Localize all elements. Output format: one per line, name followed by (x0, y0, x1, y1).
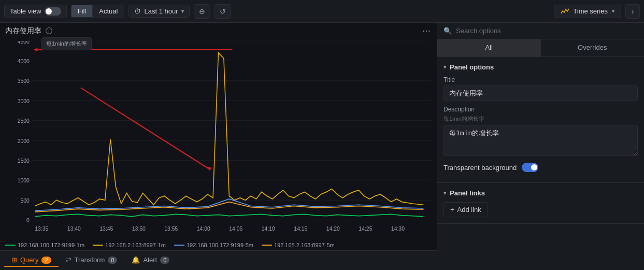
legend-label-1: 192.168.100.172:9199-1m (18, 242, 84, 248)
description-label: Description (443, 106, 638, 113)
panel-links-header[interactable]: ▾ Panel links (443, 189, 638, 197)
legend-item-4[interactable]: 192.168.2.163:8997-5m (262, 242, 335, 248)
svg-text:13:40: 13:40 (67, 225, 81, 232)
description-textarea[interactable]: 每1min的增长率 (443, 125, 638, 156)
chart-header: 内存使用率 ⓘ 每1min的增长率 ⋯ (0, 23, 437, 39)
transparent-toggle[interactable] (522, 163, 538, 172)
svg-text:3000: 3000 (18, 97, 30, 104)
chevron-down-icon: ▾ (181, 8, 184, 14)
toolbar-left: Table view Fill Actual ⏱ Last 1 hour ▾ ⊖… (4, 4, 550, 19)
title-label: Title (443, 76, 638, 83)
panel-options-chevron: ▾ (443, 64, 447, 70)
svg-text:13:35: 13:35 (35, 225, 48, 232)
svg-text:500: 500 (21, 197, 30, 203)
tab-transform[interactable]: ⇄ Transform 0 (59, 254, 125, 267)
svg-text:14:00: 14:00 (197, 225, 210, 232)
tab-query[interactable]: ⊞ Query 2 (4, 254, 59, 267)
svg-line-33 (81, 88, 210, 169)
tab-alert[interactable]: 🔔 Alert 0 (124, 254, 177, 267)
clock-icon: ⏱ (134, 7, 141, 15)
legend-item-2[interactable]: 192.168.2.163:8997-1m (93, 242, 166, 248)
panel-links-chevron: ▾ (443, 190, 447, 196)
svg-text:4000: 4000 (18, 58, 30, 64)
transform-label: Transform (75, 256, 105, 264)
transparent-bg-row: Transparent background (443, 163, 638, 172)
svg-text:14:05: 14:05 (229, 225, 242, 232)
refresh-button[interactable]: ↺ (214, 4, 231, 19)
top-toolbar: Table view Fill Actual ⏱ Last 1 hour ▾ ⊖… (0, 0, 644, 23)
svg-text:14:10: 14:10 (262, 225, 275, 232)
legend-label-4: 192.168.2.163:8997-5m (274, 242, 335, 248)
svg-text:13:55: 13:55 (164, 225, 178, 232)
tab-all[interactable]: All (437, 39, 541, 56)
legend-color-4 (262, 245, 272, 246)
svg-text:13:50: 13:50 (132, 225, 146, 232)
legend-item-1[interactable]: 192.168.100.172:9199-1m (5, 242, 84, 248)
svg-text:14:30: 14:30 (391, 225, 405, 232)
chart-svg: 4500 4000 3500 3000 2500 2000 1500 1000 … (5, 41, 432, 240)
svg-text:2000: 2000 (18, 137, 30, 144)
alert-badge: 0 (160, 257, 169, 264)
svg-text:1500: 1500 (18, 158, 30, 164)
svg-text:4500: 4500 (18, 41, 30, 45)
title-input[interactable] (443, 86, 638, 101)
legend-color-1 (5, 245, 16, 246)
transparent-toggle-knob (531, 164, 537, 170)
query-icon: ⊞ (11, 256, 17, 264)
description-sublabel: 每1min的增长率 (443, 115, 638, 123)
more-button[interactable]: ⋯ (422, 26, 432, 36)
search-icon: 🔍 (443, 27, 452, 35)
expand-button[interactable]: › (625, 4, 640, 19)
fill-button[interactable]: Fill (71, 5, 93, 17)
transform-icon: ⇄ (66, 256, 71, 264)
toolbar-right: Time series ▾ › (554, 4, 640, 19)
legend-label-3: 192.168.100.172:9199-5m (187, 242, 253, 248)
query-label: Query (20, 256, 38, 264)
title-field-group: Title (443, 76, 638, 101)
legend-color-3 (174, 245, 184, 246)
svg-text:1000: 1000 (18, 177, 30, 183)
panel-type-chevron: ▾ (612, 8, 614, 14)
table-view-label: Table view (10, 7, 41, 15)
options-tab-row: All Overrides (437, 39, 644, 57)
legend-item-3[interactable]: 192.168.100.172:9199-5m (174, 242, 253, 248)
transparent-label: Transparent background (443, 164, 517, 172)
time-range-button[interactable]: ⏱ Last 1 hour ▾ (128, 5, 189, 18)
panel-type-button[interactable]: Time series ▾ (554, 5, 621, 18)
add-link-icon: + (450, 206, 454, 214)
panel-links-title: Panel links (450, 189, 485, 197)
svg-text:2500: 2500 (18, 118, 30, 124)
alert-label: Alert (143, 256, 157, 264)
svg-text:14:20: 14:20 (326, 225, 340, 232)
panel-options-title: Panel options (450, 63, 494, 71)
svg-text:13:45: 13:45 (99, 225, 113, 232)
tab-overrides[interactable]: Overrides (541, 39, 645, 56)
table-view-toggle[interactable] (45, 7, 61, 16)
svg-text:14:25: 14:25 (359, 225, 372, 232)
info-icon[interactable]: ⓘ (46, 26, 52, 36)
chart-legend: 192.168.100.172:9199-1m 192.168.2.163:89… (0, 240, 437, 250)
query-badge: 2 (41, 257, 51, 264)
svg-marker-35 (208, 167, 212, 171)
main-content: 内存使用率 ⓘ 每1min的增长率 ⋯ 4500 4000 3 (0, 23, 644, 270)
description-field-group: Description 每1min的增长率 每1min的增长率 (443, 106, 638, 158)
zoom-out-icon: ⊖ (199, 7, 205, 16)
svg-text:14:15: 14:15 (294, 225, 307, 232)
chart-tooltip: 每1min的增长率 (41, 37, 92, 50)
panel-type-label: Time series (573, 7, 608, 15)
zoom-out-button[interactable]: ⊖ (194, 4, 210, 19)
svg-text:0: 0 (26, 217, 30, 223)
add-link-button[interactable]: + Add link (443, 202, 488, 217)
chart-area: 4500 4000 3500 3000 2500 2000 1500 1000 … (0, 39, 437, 240)
alert-icon: 🔔 (132, 256, 140, 264)
search-input[interactable] (456, 27, 638, 35)
actual-button[interactable]: Actual (93, 5, 124, 17)
time-range-label: Last 1 hour (144, 7, 178, 15)
panel-options-section: ▾ Panel options Title Description 每1min的… (437, 57, 644, 183)
panel-options-header[interactable]: ▾ Panel options (443, 63, 638, 71)
svg-text:3500: 3500 (18, 78, 30, 84)
search-bar: 🔍 (437, 23, 644, 39)
chart-title: 内存使用率 (5, 26, 41, 36)
svg-marker-34 (33, 48, 37, 52)
time-series-icon (561, 7, 569, 16)
